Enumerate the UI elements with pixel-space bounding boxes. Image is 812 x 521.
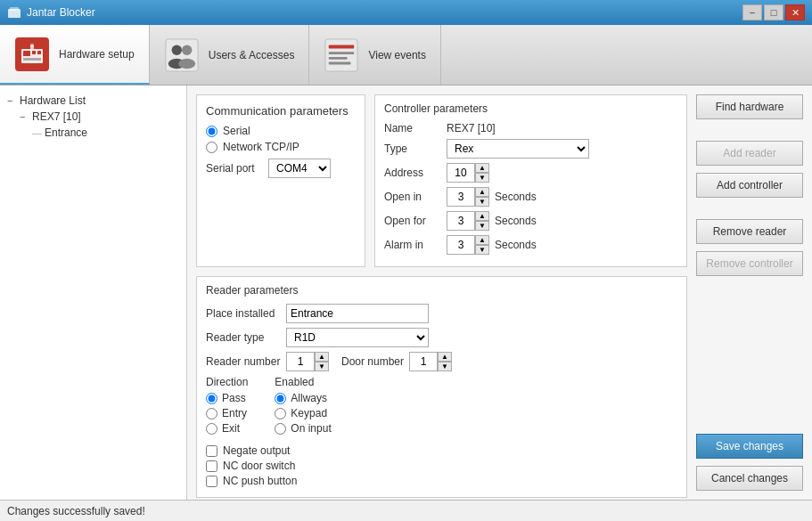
direction-label: Direction — [206, 376, 248, 388]
alarm-in-down[interactable]: ▼ — [475, 245, 489, 255]
open-for-spin: ▲ ▼ — [447, 211, 489, 231]
reader-type-label: Reader type — [206, 331, 286, 344]
tree-rex7[interactable]: − REX7 [10] — [7, 109, 179, 125]
tab-hardware-label: Hardware setup — [59, 48, 135, 61]
direction-enabled-container: Direction Pass Entry Exit — [206, 376, 677, 437]
address-label: Address — [384, 167, 447, 179]
address-up[interactable]: ▲ — [475, 163, 489, 173]
enabled-label: Enabled — [275, 376, 331, 388]
door-num-up[interactable]: ▲ — [438, 352, 452, 362]
address-down[interactable]: ▼ — [475, 173, 489, 183]
tab-hardware[interactable]: Hardware setup — [0, 25, 150, 85]
main-area: − Hardware List − REX7 [10] — Entrance C… — [0, 85, 812, 500]
svg-rect-16 — [329, 52, 355, 54]
checkboxes-container: Negate output NC door switch NC push but… — [206, 444, 677, 487]
direction-exit-label: Exit — [222, 422, 240, 435]
reader-number-input[interactable] — [286, 352, 315, 371]
reader-type-dropdown[interactable]: R1D — [286, 328, 429, 347]
open-in-input[interactable] — [447, 187, 475, 207]
address-spin: ▲ ▼ — [447, 163, 489, 183]
open-for-up[interactable]: ▲ — [475, 211, 489, 221]
svg-rect-15 — [329, 45, 355, 48]
place-installed-row: Place installed — [206, 304, 677, 323]
cancel-changes-button[interactable]: Cancel changes — [696, 466, 803, 491]
direction-pass-radio[interactable] — [206, 393, 217, 404]
type-dropdown[interactable]: Rex — [447, 139, 589, 159]
center-form: Communication parameters Serial Network … — [196, 94, 687, 491]
direction-group: Direction Pass Entry Exit — [206, 376, 248, 437]
tree-entrance[interactable]: — Entrance — [7, 125, 179, 141]
save-changes-button[interactable]: Save changes — [696, 434, 803, 459]
svg-rect-4 — [32, 51, 36, 54]
tree-root[interactable]: − Hardware List — [7, 93, 179, 109]
enabled-on-input-radio[interactable] — [275, 423, 286, 435]
network-radio[interactable] — [206, 142, 217, 153]
direction-entry-option: Entry — [206, 407, 248, 419]
nc-push-label: NC push button — [223, 475, 297, 487]
serial-port-dropdown[interactable]: COM4 COM1 COM2 COM3 — [268, 159, 331, 178]
door-num-down[interactable]: ▼ — [438, 362, 452, 371]
enabled-allways-option: Allways — [275, 392, 331, 404]
remove-reader-button[interactable]: Remove reader — [696, 219, 803, 244]
reader-params-title: Reader parameters — [206, 284, 677, 297]
add-reader-button[interactable]: Add reader — [696, 141, 803, 166]
add-controller-button[interactable]: Add controller — [696, 173, 803, 198]
close-button[interactable]: ✕ — [785, 4, 805, 20]
reader-num-up[interactable]: ▲ — [315, 352, 329, 362]
open-in-down[interactable]: ▼ — [475, 197, 489, 207]
maximize-button[interactable]: □ — [764, 4, 783, 20]
enabled-keypad-radio[interactable] — [275, 408, 286, 419]
enabled-allways-radio[interactable] — [275, 393, 286, 404]
name-row: Name REX7 [10] — [384, 122, 677, 134]
open-for-down[interactable]: ▼ — [475, 221, 489, 231]
open-in-unit: Seconds — [495, 191, 537, 203]
enabled-allways-label: Allways — [291, 392, 327, 404]
direction-exit-radio[interactable] — [206, 423, 217, 435]
tab-users[interactable]: Users & Accesses — [150, 25, 310, 85]
direction-pass-label: Pass — [222, 392, 246, 404]
alarm-in-input[interactable] — [447, 235, 475, 255]
nc-push-checkbox[interactable] — [206, 476, 217, 487]
negate-output-checkbox[interactable] — [206, 445, 217, 457]
type-row: Type Rex — [384, 139, 677, 159]
minimize-button[interactable]: − — [742, 4, 762, 20]
enabled-group: Enabled Allways Keypad On input — [275, 376, 331, 437]
tree-root-label: Hardware List — [20, 94, 86, 107]
open-for-unit: Seconds — [495, 215, 537, 227]
door-number-input[interactable] — [409, 352, 438, 371]
events-icon — [324, 37, 359, 73]
alarm-in-unit: Seconds — [495, 239, 537, 251]
reader-num-down[interactable]: ▼ — [315, 362, 329, 371]
right-panel: Communication parameters Serial Network … — [187, 85, 812, 500]
type-label: Type — [384, 142, 447, 155]
direction-entry-radio[interactable] — [206, 408, 217, 419]
find-hardware-button[interactable]: Find hardware — [696, 94, 803, 119]
tab-events[interactable]: View events — [309, 25, 440, 85]
open-for-input[interactable] — [447, 211, 475, 231]
direction-exit-option: Exit — [206, 422, 248, 435]
door-number-spin: ▲ ▼ — [409, 352, 452, 371]
tab-events-label: View events — [368, 49, 425, 61]
svg-point-10 — [171, 45, 181, 54]
users-icon — [164, 37, 200, 73]
serial-radio[interactable] — [206, 126, 217, 137]
direction-entry-label: Entry — [222, 407, 247, 419]
statusbar: Changes successfully saved! — [0, 500, 812, 521]
alarm-in-row: Alarm in ▲ ▼ Seconds — [384, 235, 677, 255]
window-title: Jantar Blocker — [27, 6, 741, 19]
svg-rect-6 — [23, 58, 41, 61]
open-in-label: Open in — [384, 191, 447, 203]
nc-door-checkbox[interactable] — [206, 460, 217, 472]
remove-controller-button[interactable]: Remove controller — [696, 251, 803, 276]
address-input[interactable] — [447, 163, 475, 183]
svg-rect-1 — [10, 7, 19, 11]
svg-point-12 — [182, 45, 192, 54]
expand-icon-entrance: — — [32, 127, 45, 138]
open-for-label: Open for — [384, 215, 447, 227]
enabled-on-input-option: On input — [275, 422, 331, 435]
comm-params-title: Communication parameters — [206, 104, 356, 118]
open-in-up[interactable]: ▲ — [475, 187, 489, 197]
alarm-in-up[interactable]: ▲ — [475, 235, 489, 245]
svg-rect-17 — [329, 56, 348, 59]
place-installed-input[interactable] — [286, 304, 429, 323]
